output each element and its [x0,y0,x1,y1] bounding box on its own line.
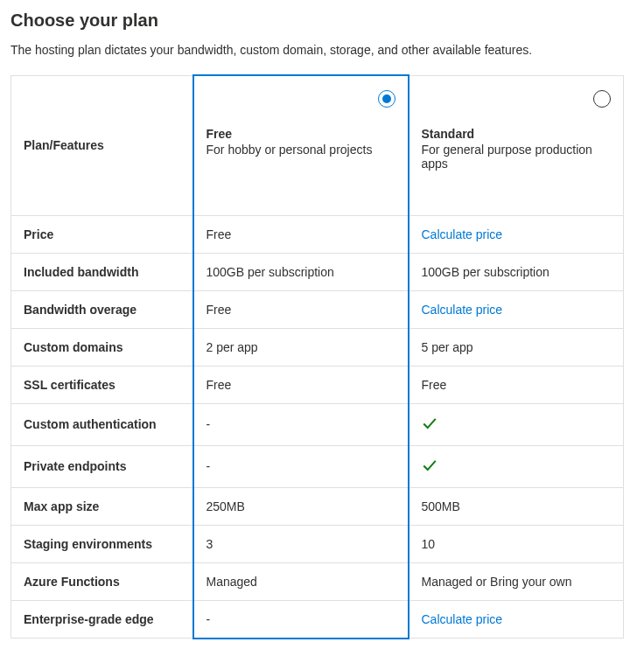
feature-label: Enterprise-grade edge [11,600,193,639]
cell-free: Managed [193,562,409,600]
cell-free: Free [193,215,409,253]
plan-name-standard: Standard [422,127,612,141]
cell-standard: 100GB per subscription [409,253,624,290]
cell-value: Free [206,303,232,317]
cell-value: 100GB per subscription [422,265,550,279]
plan-header-standard[interactable]: Standard For general purpose production … [409,75,624,215]
check-icon [422,415,438,431]
cell-value: - [206,417,211,431]
feature-label: Included bandwidth [11,253,193,290]
cell-standard [409,403,624,445]
table-row: Azure FunctionsManagedManaged or Bring y… [11,562,624,600]
cell-value: - [206,612,211,626]
cell-value: Free [422,378,447,392]
table-row: Custom domains2 per app5 per app [11,328,624,366]
plan-comparison-table: Plan/Features Free For hobby or personal… [10,74,624,639]
calculate-price-link[interactable]: Calculate price [422,612,503,626]
table-row: Max app size250MB500MB [11,487,624,525]
cell-standard [409,445,624,487]
feature-label: Azure Functions [11,562,193,600]
cell-value: Free [206,378,232,392]
table-row: Enterprise-grade edge-Calculate price [11,600,624,639]
cell-standard: Free [409,366,624,403]
cell-value: Managed [206,575,257,589]
table-row: Bandwidth overageFreeCalculate price [11,290,624,328]
cell-standard: Calculate price [409,600,624,639]
cell-free: Free [193,290,409,328]
cell-standard: 10 [409,525,624,562]
page-subtitle: The hosting plan dictates your bandwidth… [10,43,634,57]
page-title: Choose your plan [10,10,634,31]
plan-name-free: Free [206,127,396,141]
feature-label: Price [11,215,193,253]
cell-free: - [193,600,409,639]
cell-standard: Calculate price [409,290,624,328]
radio-plan-free[interactable] [378,90,396,108]
feature-label: Custom domains [11,328,193,366]
cell-value: 100GB per subscription [206,265,334,279]
feature-label: Staging environments [11,525,193,562]
cell-value: 10 [422,537,436,551]
check-icon [422,457,438,473]
table-row: PriceFreeCalculate price [11,215,624,253]
feature-label: Private endpoints [11,445,193,487]
table-row: Staging environments310 [11,525,624,562]
header-feature-column: Plan/Features [11,75,193,215]
cell-standard: 5 per app [409,328,624,366]
calculate-price-link[interactable]: Calculate price [422,227,503,241]
cell-value: 2 per app [206,340,258,354]
cell-value: 500MB [422,499,460,513]
cell-free: - [193,445,409,487]
cell-free: - [193,403,409,445]
plan-header-free[interactable]: Free For hobby or personal projects [193,75,409,215]
table-row: Included bandwidth100GB per subscription… [11,253,624,290]
cell-free: 2 per app [193,328,409,366]
feature-label: SSL certificates [11,366,193,403]
cell-free: 3 [193,525,409,562]
cell-value: Managed or Bring your own [422,575,572,589]
plan-desc-free: For hobby or personal projects [206,143,396,157]
cell-value: 5 per app [422,340,473,354]
cell-value: Free [206,227,232,241]
cell-free: 100GB per subscription [193,253,409,290]
cell-standard: 500MB [409,487,624,525]
cell-value: - [206,459,211,473]
cell-standard: Calculate price [409,215,624,253]
feature-label: Bandwidth overage [11,290,193,328]
cell-free: 250MB [193,487,409,525]
cell-standard: Managed or Bring your own [409,562,624,600]
cell-value: 250MB [206,499,245,513]
table-row: Custom authentication- [11,403,624,445]
feature-label: Max app size [11,487,193,525]
radio-plan-standard[interactable] [593,90,611,108]
table-row: SSL certificatesFreeFree [11,366,624,403]
table-row: Private endpoints- [11,445,624,487]
feature-label: Custom authentication [11,403,193,445]
cell-value: 3 [206,537,214,551]
cell-free: Free [193,366,409,403]
calculate-price-link[interactable]: Calculate price [422,303,503,317]
plan-desc-standard: For general purpose production apps [422,143,612,171]
